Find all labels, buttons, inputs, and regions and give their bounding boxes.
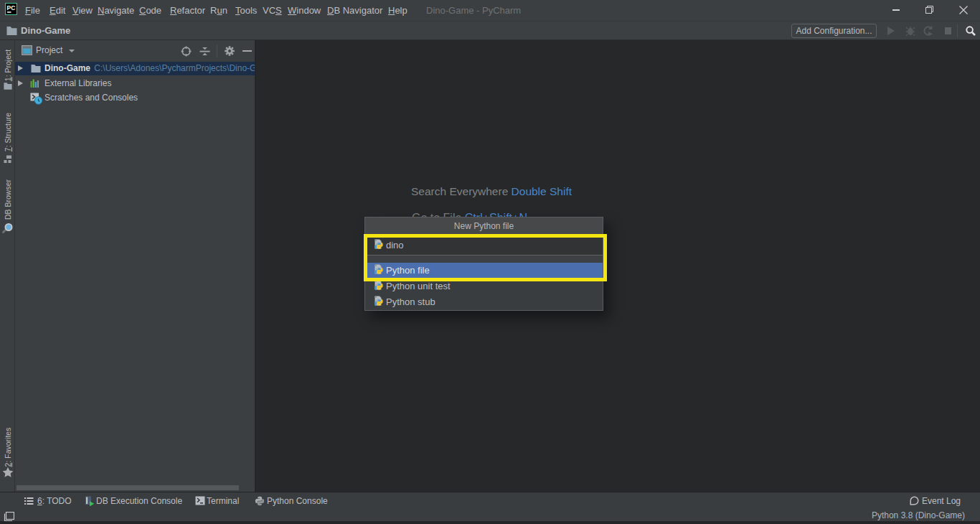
svg-text:PC: PC	[7, 4, 16, 11]
